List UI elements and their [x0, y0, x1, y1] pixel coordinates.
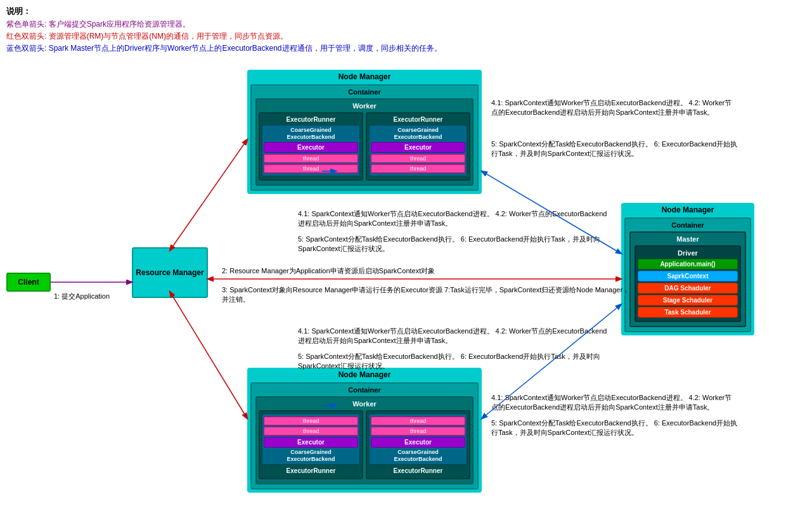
bottom-container: Container Worker thread thread Executor …	[250, 382, 479, 489]
right-container: Container Master Driver Application.main…	[624, 217, 751, 332]
mid-annotation-56-text: 5: SparkContext分配Task给ExecutorBackend执行。…	[298, 235, 600, 252]
step3-text: 3: SparkContext对象向Resource Manager申请运行任务…	[222, 286, 629, 303]
top-executor-runners: ExecutorRunner CoarseGrainedExecutorBack…	[259, 112, 470, 181]
step2-annotation: 2: Resource Manager为Application申请资源后启动Sp…	[222, 266, 435, 276]
top-runner1-executor-title: Executor	[266, 144, 356, 151]
bottom-runner1-title: ExecutorRunner	[262, 467, 360, 475]
right-driver-title: Driver	[638, 249, 738, 257]
task-scheduler-box: Task Schaduler	[638, 307, 738, 318]
client-box: Client	[6, 273, 51, 292]
app-main-box: Application.main()	[638, 259, 738, 269]
top-container-title: Container	[254, 87, 475, 96]
top-annotation-56: 5: SparkContext分配Task给ExecutorBackend执行。…	[491, 139, 738, 159]
bottom-runner1-executor-title: Executor	[266, 439, 356, 446]
bot-annotation-4-text: 4.1: SparkContext通知Worker节点启动ExecutorBac…	[298, 327, 607, 344]
bot-right-annotation-56: 5: SparkContext分配Task给ExecutorBackend执行。…	[491, 418, 738, 438]
legend-line1: 紫色单箭头: 客户端提交Spark应用程序给资源管理器。	[6, 18, 442, 30]
svg-line-2	[170, 292, 247, 418]
svg-line-1	[170, 139, 247, 250]
step3-annotation: 3: SparkContext对象向Resource Manager申请运行任务…	[222, 285, 634, 305]
top-runner1-thread2: thread	[264, 164, 358, 173]
top-runner2-cg: CoarseGrainedExecutorBackend Executor th…	[369, 125, 467, 176]
mid-annotation-4: 4.1: SparkContext通知Worker节点启动ExecutorBac…	[298, 209, 609, 229]
right-master: Master Driver Application.main() SaprkCo…	[629, 231, 746, 327]
top-worker: Worker ExecutorRunner CoarseGrainedExecu…	[255, 98, 474, 186]
mid-annotation-4-text: 4.1: SparkContext通知Worker节点启动ExecutorBac…	[298, 210, 607, 227]
top-runner2-executor-title: Executor	[373, 144, 463, 151]
top-nm-title: Node Manager	[248, 71, 480, 82]
page: 说明： 紫色单箭头: 客户端提交Spark应用程序给资源管理器。 红色双箭头: …	[0, 0, 812, 518]
bot-right-annotation-4-text: 4.1: SparkContext通知Worker节点启动ExecutorBac…	[491, 394, 731, 411]
top-runner2-thread1: thread	[371, 154, 465, 163]
spark-context-box: SaprkContext	[638, 271, 738, 282]
bot-right-annotation-4: 4.1: SparkContext通知Worker节点启动ExecutorBac…	[491, 393, 738, 413]
right-master-title: Master	[633, 235, 743, 243]
bottom-runner2-cg: thread thread Executor CoarseGrainedExec…	[369, 413, 467, 465]
bottom-runner1-executor: Executor	[264, 437, 358, 448]
bottom-runner1: thread thread Executor CoarseGrainedExec…	[259, 410, 363, 479]
dag-scheduler-box: DAG Schaduler	[638, 283, 738, 294]
legend-title: 说明：	[6, 5, 442, 18]
top-worker-title: Worker	[259, 101, 470, 110]
top-runner1-executor: Executor	[264, 142, 358, 153]
right-driver: Driver Application.main() SaprkContext D…	[635, 245, 741, 322]
bot-annotation-4: 4.1: SparkContext通知Worker节点启动ExecutorBac…	[298, 327, 609, 346]
step2-text: 2: Resource Manager为Application申请资源后启动Sp…	[222, 267, 435, 275]
stage-scheduler-box: Stage Schaduler	[638, 295, 738, 306]
top-runner2: ExecutorRunner CoarseGrainedExecutorBack…	[366, 112, 470, 181]
bottom-runner2-executor: Executor	[371, 437, 465, 448]
bottom-runner2-thread1: thread	[371, 417, 465, 425]
top-runner1: ExecutorRunner CoarseGrainedExecutorBack…	[259, 112, 363, 181]
bottom-runner2: thread thread Executor CoarseGrainedExec…	[366, 410, 470, 479]
bottom-container-title: Container	[254, 385, 475, 394]
right-node-manager: Node Manager Container Master Driver App…	[621, 203, 754, 335]
legend-line3: 蓝色双箭头: Spark Master节点上的Driver程序与Worker节点…	[6, 42, 442, 55]
bottom-runner1-thread1: thread	[264, 417, 358, 425]
top-container: Container Worker ExecutorRunner CoarseGr…	[250, 84, 479, 191]
top-runner2-executor: Executor	[371, 142, 465, 153]
bot-right-annotation-56-text: 5: SparkContext分配Task给ExecutorBackend执行。…	[491, 419, 737, 436]
top-runner1-thread1: thread	[264, 154, 358, 163]
bottom-executor-runners: thread thread Executor CoarseGrainedExec…	[259, 410, 470, 479]
top-runner2-thread2: thread	[371, 164, 465, 173]
top-annotation-4-text: 4.1: SparkContext通知Worker节点启动ExecutorBac…	[491, 99, 731, 116]
legend: 说明： 紫色单箭头: 客户端提交Spark应用程序给资源管理器。 红色双箭头: …	[6, 5, 442, 55]
resource-manager-label: Resource Manager	[136, 268, 203, 277]
submit-label: 1: 提交Application	[54, 292, 110, 301]
bottom-runner2-title: ExecutorRunner	[369, 467, 467, 475]
bottom-runner2-cg-title: CoarseGrainedExecutorBackend	[371, 449, 465, 463]
bot-annotation-56: 5: SparkContext分配Task给ExecutorBackend执行。…	[298, 352, 609, 372]
bottom-runner2-thread2: thread	[371, 427, 465, 436]
right-container-title: Container	[628, 221, 748, 230]
mid-annotation-56: 5: SparkContext分配Task给ExecutorBackend执行。…	[298, 235, 609, 254]
top-annotation-4: 4.1: SparkContext通知Worker节点启动ExecutorBac…	[491, 98, 738, 118]
bottom-node-manager: Node Manager Container Worker thread thr…	[247, 368, 482, 493]
top-annotation-56-text: 5: SparkContext分配Task给ExecutorBackend执行。…	[491, 140, 737, 157]
top-node-manager: Node Manager Container Worker ExecutorRu…	[247, 70, 482, 194]
bottom-runner2-executor-title: Executor	[373, 439, 463, 446]
top-runner2-title: ExecutorRunner	[369, 115, 467, 124]
bottom-worker-title: Worker	[259, 399, 470, 408]
top-runner1-cg: CoarseGrainedExecutorBackend Executor th…	[262, 125, 360, 176]
resource-manager-box: Resource Manager	[132, 247, 208, 298]
bot-annotation-56-text: 5: SparkContext分配Task给ExecutorBackend执行。…	[298, 353, 600, 370]
bottom-runner1-thread2: thread	[264, 427, 358, 436]
top-runner1-title: ExecutorRunner	[262, 115, 360, 124]
legend-line2: 红色双箭头: 资源管理器(RM)与节点管理器(NM)的通信，用于管理，同步节点资…	[6, 30, 442, 42]
client-label: Client	[18, 278, 39, 287]
top-runner2-cg-title: CoarseGrainedExecutorBackend	[371, 127, 465, 141]
right-nm-title: Node Manager	[622, 204, 753, 216]
top-runner1-cg-title: CoarseGrainedExecutorBackend	[264, 127, 358, 141]
bottom-worker: Worker thread thread Executor CoarseGrai…	[255, 396, 474, 484]
bottom-runner1-cg: thread thread Executor CoarseGrainedExec…	[262, 413, 360, 465]
bottom-runner1-cg-title: CoarseGrainedExecutorBackend	[264, 449, 358, 463]
